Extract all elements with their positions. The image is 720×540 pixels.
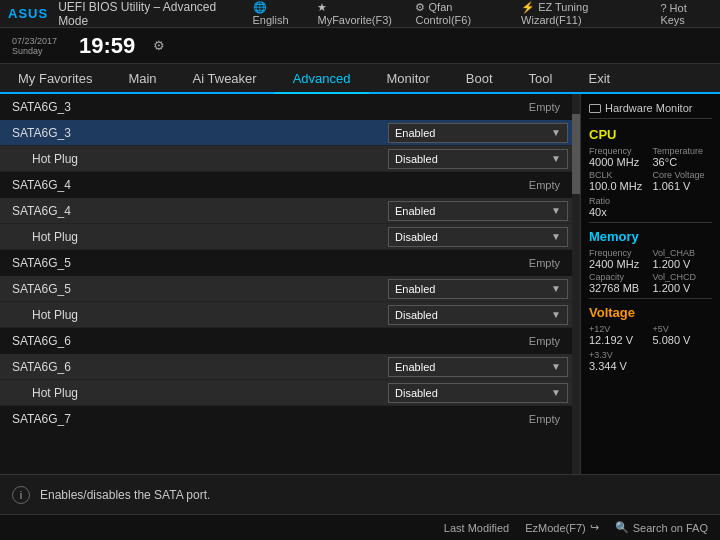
sata6g5-header: SATA6G_5 Empty [0, 250, 580, 276]
search-icon: 🔍 [615, 521, 629, 534]
sata6g4-header: SATA6G_4 Empty [0, 172, 580, 198]
nav-my-favorites[interactable]: My Favorites [0, 64, 110, 92]
cpu-corev-value: 1.061 V [653, 180, 713, 192]
sata6g6-header: SATA6G_6 Empty [0, 328, 580, 354]
sata6g6-dropdown-arrow: ▼ [551, 361, 561, 372]
monitor-icon [589, 104, 601, 113]
v33-label: +3.3V [589, 350, 712, 360]
nav-ai-tweaker[interactable]: Ai Tweaker [175, 64, 275, 92]
nav-tool[interactable]: Tool [511, 64, 571, 92]
v33-cell: +3.3V 3.344 V [589, 350, 712, 372]
sata6g4-hotplug[interactable]: Hot Plug Disabled ▼ [0, 224, 580, 250]
sata6g6-hotplug-value: Disabled [395, 387, 438, 399]
sata6g4-dropdown-arrow: ▼ [551, 205, 561, 216]
cpu-freq-label: Frequency [589, 146, 649, 156]
sata6g6-dropdown[interactable]: Enabled ▼ [388, 357, 568, 377]
nav-advanced[interactable]: Advanced [275, 64, 369, 94]
mem-freq-label: Frequency [589, 248, 649, 258]
nav-main[interactable]: Main [110, 64, 174, 92]
ezmode-label[interactable]: EzMode(F7) [525, 522, 586, 534]
v5-value: 5.080 V [653, 334, 713, 346]
status-bar: Last Modified EzMode(F7) ↪ 🔍 Search on F… [0, 514, 720, 540]
sata6g3-hotplug-dropdown[interactable]: Disabled ▼ [388, 149, 568, 169]
cpu-grid: Frequency 4000 MHz Temperature 36°C BCLK… [589, 146, 712, 192]
mem-volchcd-cell: Vol_CHCD 1.200 V [653, 272, 713, 294]
sata6g4-header-label: SATA6G_4 [12, 178, 529, 192]
day: Sunday [12, 46, 57, 56]
last-modified-item: Last Modified [444, 522, 509, 534]
hotkeys-button[interactable]: ? Hot Keys [660, 2, 712, 26]
sata-table: SATA6G_3 Empty SATA6G_3 Enabled ▼ Hot Pl… [0, 94, 580, 432]
myfavorite-button[interactable]: ★ MyFavorite(F3) [317, 1, 401, 26]
mem-volchcd-label: Vol_CHCD [653, 272, 713, 282]
hw-monitor-title: Hardware Monitor [589, 102, 712, 119]
sata6g5-dropdown-arrow: ▼ [551, 283, 561, 294]
sata6g3-dropdown[interactable]: Enabled ▼ [388, 123, 568, 143]
nav-boot[interactable]: Boot [448, 64, 511, 92]
sata6g4-item[interactable]: SATA6G_4 Enabled ▼ [0, 198, 580, 224]
clock: 19:59 [79, 33, 135, 59]
search-label[interactable]: Search on FAQ [633, 522, 708, 534]
hw-monitor-label: Hardware Monitor [605, 102, 692, 114]
sata6g5-dropdown[interactable]: Enabled ▼ [388, 279, 568, 299]
scrollbar-thumb[interactable] [572, 114, 580, 194]
sata6g6-label: SATA6G_6 [12, 360, 388, 374]
top-bar-right: 🌐 English ★ MyFavorite(F3) ⚙ Qfan Contro… [253, 1, 712, 26]
cpu-corev-label: Core Voltage [653, 170, 713, 180]
language-button[interactable]: 🌐 English [253, 1, 304, 26]
sata6g5-hotplug-dropdown[interactable]: Disabled ▼ [388, 305, 568, 325]
sata6g3-hotplug-arrow: ▼ [551, 153, 561, 164]
sata6g3-dropdown-value: Enabled [395, 127, 435, 139]
sata6g6-header-value: Empty [529, 335, 560, 347]
sata6g4-header-value: Empty [529, 179, 560, 191]
sata6g5-item[interactable]: SATA6G_5 Enabled ▼ [0, 276, 580, 302]
v33-value: 3.344 V [589, 360, 712, 372]
nav-exit[interactable]: Exit [570, 64, 628, 92]
bios-title: UEFI BIOS Utility – Advanced Mode [58, 0, 242, 28]
sata6g3-header: SATA6G_3 Empty [0, 94, 580, 120]
sata6g4-hotplug-dropdown[interactable]: Disabled ▼ [388, 227, 568, 247]
v5-cell: +5V 5.080 V [653, 324, 713, 346]
sata6g5-header-value: Empty [529, 257, 560, 269]
cpu-ratio-cell: Ratio 40x [589, 196, 712, 218]
mem-volchab-label: Vol_CHAB [653, 248, 713, 258]
sata6g5-hotplug-label: Hot Plug [12, 308, 388, 322]
ezmode-item[interactable]: EzMode(F7) ↪ [525, 521, 599, 534]
search-item[interactable]: 🔍 Search on FAQ [615, 521, 708, 534]
content-area: SATA6G_3 Empty SATA6G_3 Enabled ▼ Hot Pl… [0, 94, 580, 474]
memory-section-title: Memory [589, 229, 712, 244]
cpu-freq-value: 4000 MHz [589, 156, 649, 168]
sata6g3-header-value: Empty [529, 101, 560, 113]
qfan-button[interactable]: ⚙ Qfan Control(F6) [415, 1, 507, 26]
mem-cap-value: 32768 MB [589, 282, 649, 294]
date: 07/23/2017 [12, 36, 57, 46]
sata6g4-hotplug-label: Hot Plug [12, 230, 388, 244]
sata6g7-header: SATA6G_7 Empty [0, 406, 580, 432]
eztuning-button[interactable]: ⚡ EZ Tuning Wizard(F11) [521, 1, 646, 26]
sata6g5-hotplug[interactable]: Hot Plug Disabled ▼ [0, 302, 580, 328]
sata6g3-hotplug-value: Disabled [395, 153, 438, 165]
nav-monitor[interactable]: Monitor [369, 64, 448, 92]
sata6g3-dropdown-arrow: ▼ [551, 127, 561, 138]
sata6g3-item[interactable]: SATA6G_3 Enabled ▼ [0, 120, 580, 146]
mem-volchab-value: 1.200 V [653, 258, 713, 270]
sata6g4-dropdown[interactable]: Enabled ▼ [388, 201, 568, 221]
cpu-corev-cell: Core Voltage 1.061 V [653, 170, 713, 192]
scrollbar[interactable] [572, 94, 580, 474]
sata6g4-hotplug-value: Disabled [395, 231, 438, 243]
v5-label: +5V [653, 324, 713, 334]
sata6g4-label: SATA6G_4 [12, 204, 388, 218]
cpu-bclk-cell: BCLK 100.0 MHz [589, 170, 649, 192]
sata6g6-hotplug-dropdown[interactable]: Disabled ▼ [388, 383, 568, 403]
asus-logo: ASUS [8, 6, 48, 21]
sata6g4-dropdown-value: Enabled [395, 205, 435, 217]
sata6g6-hotplug[interactable]: Hot Plug Disabled ▼ [0, 380, 580, 406]
hw-monitor-panel: Hardware Monitor CPU Frequency 4000 MHz … [580, 94, 720, 474]
last-modified-label: Last Modified [444, 522, 509, 534]
settings-gear-icon[interactable]: ⚙ [153, 38, 165, 53]
sata6g3-hotplug-label: Hot Plug [12, 152, 388, 166]
sata6g3-hotplug[interactable]: Hot Plug Disabled ▼ [0, 146, 580, 172]
sata6g6-item[interactable]: SATA6G_6 Enabled ▼ [0, 354, 580, 380]
v12-cell: +12V 12.192 V [589, 324, 649, 346]
sata6g7-header-label: SATA6G_7 [12, 412, 529, 426]
